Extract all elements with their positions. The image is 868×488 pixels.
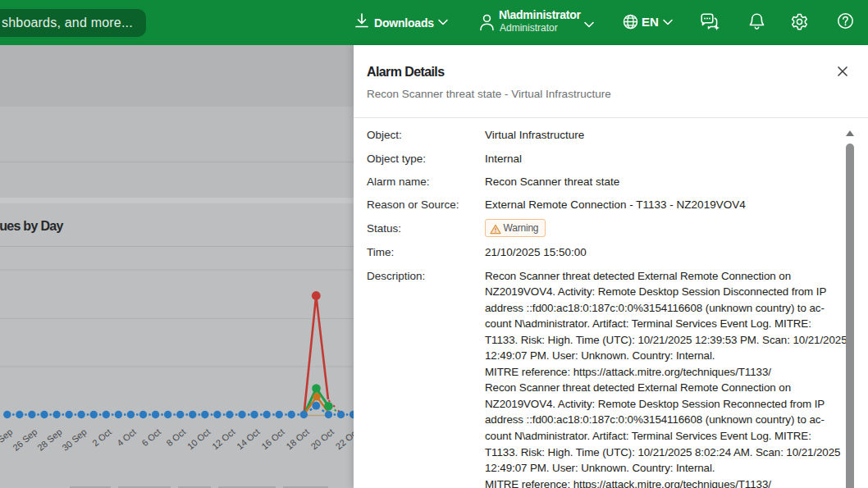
svg-text:12 Oct: 12 Oct <box>210 426 237 451</box>
svg-text:30 Sep: 30 Sep <box>60 426 88 453</box>
svg-text:8 Oct: 8 Oct <box>164 426 187 448</box>
svg-text:10 Oct: 10 Oct <box>185 426 212 451</box>
svg-text:20 Oct: 20 Oct <box>308 426 336 451</box>
svg-text:2 Oct: 2 Oct <box>90 426 113 448</box>
svg-text:14 Oct: 14 Oct <box>235 426 262 451</box>
svg-text:22 Oct: 22 Oct <box>334 426 354 451</box>
svg-text:4 Oct: 4 Oct <box>115 426 138 448</box>
svg-text:24 Sep: 24 Sep <box>0 426 14 453</box>
svg-text:18 Oct: 18 Oct <box>284 426 311 451</box>
svg-text:16 Oct: 16 Oct <box>259 426 286 451</box>
svg-text:26 Sep: 26 Sep <box>11 426 39 453</box>
svg-text:6 Oct: 6 Oct <box>139 426 162 448</box>
svg-text:28 Sep: 28 Sep <box>35 426 63 453</box>
